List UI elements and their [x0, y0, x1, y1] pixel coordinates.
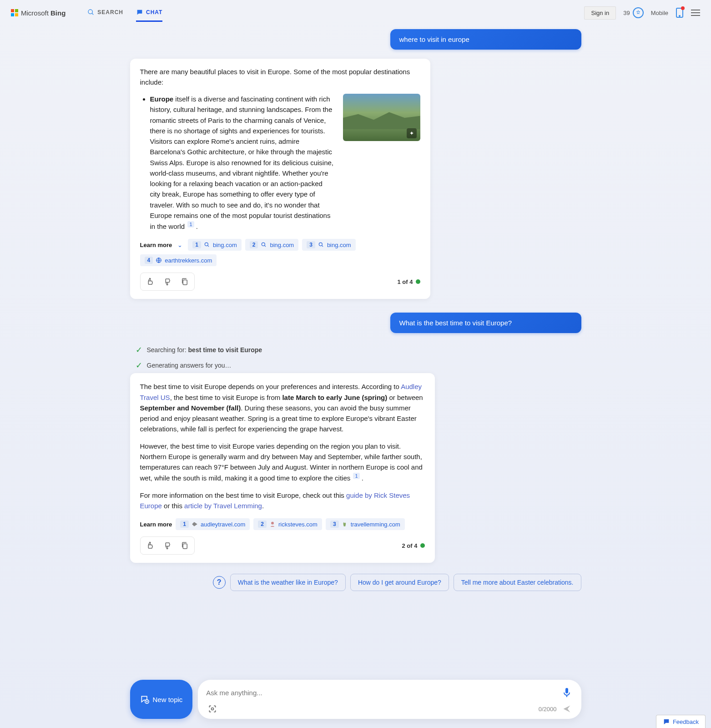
thumbs-down-button[interactable]	[160, 275, 175, 288]
turn-counter: 1 of 4	[398, 278, 420, 285]
feedback-button[interactable]: Feedback	[656, 715, 706, 728]
search-icon	[318, 242, 324, 248]
thumbs-up-button[interactable]	[142, 275, 158, 288]
search-icon	[261, 242, 267, 248]
status-dot-icon	[420, 543, 425, 548]
search-icon	[204, 242, 210, 248]
expand-sources-icon[interactable]: ⌄	[176, 241, 184, 249]
rewards-icon	[633, 7, 644, 18]
svg-line-1	[92, 13, 93, 15]
svg-rect-14	[183, 280, 187, 285]
chat-input[interactable]	[206, 686, 560, 699]
favicon-icon	[342, 521, 348, 527]
check-icon: ✓	[136, 360, 142, 370]
response-paragraph: For more information on the best time to…	[140, 490, 425, 511]
favicon-icon	[269, 521, 276, 527]
compose-box: 0/2000	[198, 680, 581, 719]
tab-chat-label: CHAT	[146, 9, 162, 15]
brand-text: Microsoft Bing	[21, 9, 66, 17]
source-pill[interactable]: 3bing.com	[302, 239, 355, 251]
new-topic-icon	[140, 695, 149, 704]
copy-button[interactable]	[177, 275, 192, 288]
status-searching: ✓ Searching for: best time to visit Euro…	[136, 342, 581, 358]
user-message: where to visit in europe	[390, 29, 581, 50]
source-pill[interactable]: 1bing.com	[188, 239, 241, 251]
source-pill[interactable]: 3travellemming.com	[326, 518, 405, 530]
bot-response-card: The best time to visit Europe depends on…	[130, 373, 435, 563]
turn-counter: 2 of 4	[402, 542, 425, 549]
feedback-icon	[663, 718, 670, 725]
svg-point-0	[88, 10, 92, 14]
response-paragraph: The best time to visit Europe depends on…	[140, 381, 425, 434]
thumbs-down-button[interactable]	[160, 539, 175, 552]
favicon-icon	[192, 521, 198, 527]
microsoft-logo-icon	[11, 9, 18, 16]
globe-icon	[156, 257, 162, 263]
citation-badge[interactable]: 1	[353, 473, 359, 479]
inline-link[interactable]: article by Travel Lemming	[184, 502, 262, 510]
response-image[interactable]	[343, 94, 420, 141]
copy-button[interactable]	[177, 539, 192, 552]
svg-line-8	[207, 245, 209, 247]
response-intro: There are many beautiful places to visit…	[140, 67, 420, 87]
new-topic-label: New topic	[153, 696, 183, 703]
suggestions-help-icon[interactable]: ?	[213, 576, 226, 589]
tab-chat[interactable]: CHAT	[136, 4, 162, 22]
mobile-link[interactable]: Mobile	[651, 10, 668, 16]
thumbs-up-button[interactable]	[142, 539, 158, 552]
tab-search-label: SEARCH	[97, 9, 123, 15]
svg-point-15	[271, 522, 274, 525]
svg-line-10	[265, 245, 266, 247]
suggestion-chip[interactable]: Tell me more about Easter celebrations.	[454, 574, 581, 591]
search-icon	[87, 9, 95, 16]
svg-rect-16	[183, 544, 187, 549]
source-pill[interactable]: 2bing.com	[245, 239, 298, 251]
tab-search[interactable]: SEARCH	[87, 4, 123, 22]
hamburger-menu-icon[interactable]	[691, 9, 700, 16]
char-counter: 0/2000	[539, 706, 557, 713]
mobile-app-icon[interactable]	[676, 7, 684, 18]
source-pill[interactable]: 1audleytravel.com	[176, 518, 250, 530]
status-dot-icon	[416, 279, 420, 284]
svg-rect-18	[565, 688, 568, 693]
response-list-item: Europe itself is a diverse and fascinati…	[150, 94, 335, 232]
new-topic-button[interactable]: New topic	[130, 680, 193, 719]
user-message: What is the best time to visit Europe?	[390, 313, 581, 333]
svg-line-12	[322, 245, 323, 247]
svg-point-19	[212, 708, 214, 710]
source-pill[interactable]: 2ricksteves.com	[253, 518, 322, 530]
rewards-points[interactable]: 39	[623, 7, 643, 18]
check-icon: ✓	[136, 345, 142, 355]
points-value: 39	[623, 10, 630, 16]
image-upload-button[interactable]	[206, 703, 219, 715]
logo[interactable]: Microsoft Bing	[11, 9, 66, 17]
signin-button[interactable]: Sign in	[584, 6, 616, 20]
notification-dot	[681, 6, 685, 10]
bot-response-card: There are many beautiful places to visit…	[130, 59, 430, 299]
response-paragraph: However, the best time to visit Europe v…	[140, 441, 425, 484]
chat-icon	[136, 9, 143, 16]
citation-badge[interactable]: 1	[187, 221, 194, 228]
status-generating: ✓ Generating answers for you…	[136, 358, 581, 373]
send-button[interactable]	[560, 703, 573, 715]
microphone-button[interactable]	[560, 685, 573, 700]
svg-point-3	[679, 15, 680, 16]
suggestion-chip[interactable]: How do I get around Europe?	[350, 574, 449, 591]
learn-more-label: Learn more	[140, 242, 172, 248]
learn-more-label: Learn more	[140, 521, 172, 528]
source-pill[interactable]: 4earthtrekkers.com	[140, 254, 217, 266]
suggestion-chip[interactable]: What is the weather like in Europe?	[230, 574, 346, 591]
